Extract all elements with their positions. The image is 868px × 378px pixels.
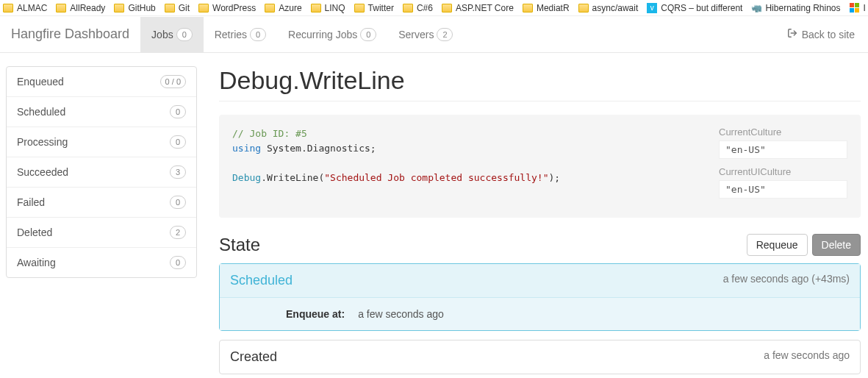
folder-icon	[3, 4, 13, 13]
back-to-site-link[interactable]: Back to site	[774, 17, 868, 51]
folder-icon	[265, 4, 275, 13]
folder-icon	[311, 4, 321, 13]
bookmark-label: Twitter	[368, 3, 394, 13]
tab-count: 2	[437, 28, 453, 41]
bookmark-item[interactable]: Azure	[265, 3, 301, 13]
bookmark-item[interactable]: WordPress	[198, 3, 256, 13]
nav-tab-recurring-jobs[interactable]: Recurring Jobs0	[277, 17, 387, 52]
bookmark-label: Hibernating Rhinos	[765, 3, 840, 13]
bookmark-item[interactable]: MediatR	[523, 3, 570, 13]
code-string: "Scheduled Job completed successfully!"	[324, 172, 548, 183]
brand[interactable]: Hangfire Dashboard	[0, 16, 140, 52]
bookmark-item[interactable]: I	[850, 3, 866, 13]
bookmark-item[interactable]: 🦏Hibernating Rhinos	[751, 3, 840, 13]
divider	[219, 101, 861, 101]
bookmark-item[interactable]: LINQ	[311, 3, 345, 13]
bookmark-item[interactable]: C#6	[403, 3, 433, 13]
folder-icon	[523, 4, 533, 13]
uiculture-value: "en-US"	[719, 180, 847, 199]
code-method: WriteLine	[267, 172, 318, 183]
uiculture-label: CurrentUICulture	[719, 166, 847, 177]
vimeo-icon: v	[647, 3, 657, 13]
sidebar-item-label: Deleted	[17, 227, 52, 238]
tab-label: Jobs	[151, 29, 173, 40]
bookmark-label: MediatR	[537, 3, 570, 13]
tab-count: 0	[250, 28, 266, 41]
sidebar-item-count: 0 / 0	[160, 75, 186, 88]
sidebar-item-succeeded[interactable]: Succeeded3	[7, 157, 196, 188]
bookmark-label: ASP.NET Core	[456, 3, 514, 13]
folder-icon	[114, 4, 124, 13]
culture-label: CurrentCulture	[719, 126, 847, 138]
requeue-button[interactable]: Requeue	[747, 234, 808, 256]
sidebar-item-awaiting[interactable]: Awaiting0	[7, 248, 196, 277]
rhino-icon: 🦏	[751, 3, 761, 13]
sidebar-item-failed[interactable]: Failed0	[7, 188, 196, 218]
tab-label: Retries	[215, 29, 247, 40]
bookmark-label: C#6	[417, 3, 433, 13]
back-to-site-label: Back to site	[802, 29, 855, 40]
panel-time: a few seconds ago	[764, 349, 850, 361]
sidebar-item-scheduled[interactable]: Scheduled0	[7, 97, 196, 127]
sidebar-item-count: 3	[170, 165, 186, 179]
sidebar-item-enqueued[interactable]: Enqueued0 / 0	[7, 67, 196, 97]
folder-icon	[442, 4, 452, 13]
bookmark-label: LINQ	[325, 3, 345, 13]
bookmark-item[interactable]: async/await	[578, 3, 639, 13]
nav-tab-jobs[interactable]: Jobs0	[140, 17, 204, 52]
sign-out-icon	[787, 28, 797, 40]
culture-value: "en-US"	[719, 140, 847, 159]
panel-title: Scheduled	[230, 273, 293, 288]
job-code-block: // Job ID: #5 using System.Diagnostics; …	[219, 115, 861, 218]
top-navbar: Hangfire Dashboard Jobs0Retries0Recurrin…	[0, 16, 868, 53]
tab-label: Recurring Jobs	[288, 29, 357, 40]
job-code: // Job ID: #5 using System.Diagnostics; …	[232, 126, 704, 206]
panel-time: a few seconds ago (+43ms)	[723, 273, 850, 285]
nav-tab-servers[interactable]: Servers2	[387, 17, 464, 52]
code-keyword: using	[232, 143, 261, 154]
sidebar-item-count: 2	[170, 226, 186, 239]
bookmark-label: async/await	[592, 3, 639, 13]
state-panel-scheduled: Scheduleda few seconds ago (+43ms)Enqueu…	[219, 263, 861, 331]
sidebar-item-processing[interactable]: Processing0	[7, 127, 196, 157]
tab-label: Servers	[398, 29, 434, 40]
state-panels: Scheduleda few seconds ago (+43ms)Enqueu…	[219, 263, 861, 374]
panel-body-value: a few seconds ago	[358, 308, 444, 320]
delete-button[interactable]: Delete	[812, 234, 861, 256]
code-comment: // Job ID: #5	[232, 128, 307, 139]
bookmark-label: WordPress	[212, 3, 256, 13]
bookmark-item[interactable]: ALMAC	[3, 3, 47, 13]
tab-count: 0	[360, 28, 376, 41]
panel-title: Created	[230, 349, 277, 365]
bookmark-item[interactable]: GitHub	[114, 3, 155, 13]
sidebar-item-deleted[interactable]: Deleted2	[7, 218, 196, 248]
bookmark-item[interactable]: AllReady	[56, 3, 105, 13]
sidebar-item-count: 0	[170, 135, 186, 149]
state-heading: State	[219, 235, 260, 255]
bookmark-item[interactable]: Git	[165, 3, 190, 13]
bookmark-item[interactable]: ASP.NET Core	[442, 3, 514, 13]
panel-body-key: Enqueue at:	[286, 308, 345, 320]
folder-icon	[354, 4, 365, 13]
folder-icon	[403, 4, 413, 13]
state-panel-created: Createda few seconds ago	[219, 340, 861, 374]
panel-body: Enqueue at:a few seconds ago	[220, 298, 860, 330]
bookmark-label: Azure	[279, 3, 301, 13]
sidebar-item-label: Enqueued	[17, 76, 64, 88]
sidebar-item-count: 0	[170, 105, 186, 118]
bookmark-item[interactable]: vCQRS – but different	[647, 3, 742, 13]
sidebar-item-label: Awaiting	[17, 257, 56, 268]
nav-tab-retries[interactable]: Retries0	[204, 17, 277, 52]
bookmarks-bar: ALMACAllReadyGitHubGitWordPressAzureLINQ…	[0, 0, 868, 16]
folder-icon	[56, 4, 66, 13]
bookmark-label: GitHub	[128, 3, 155, 13]
sidebar-item-count: 0	[170, 256, 186, 269]
sidebar-item-label: Failed	[17, 196, 45, 208]
bookmark-item[interactable]: Twitter	[354, 3, 394, 13]
sidebar-item-count: 0	[170, 196, 186, 209]
folder-icon	[165, 4, 175, 13]
bookmark-label: I	[864, 3, 866, 13]
nav-tabs: Jobs0Retries0Recurring Jobs0Servers2	[140, 17, 464, 52]
folder-icon	[578, 4, 589, 13]
sidebar-item-label: Processing	[17, 136, 68, 148]
